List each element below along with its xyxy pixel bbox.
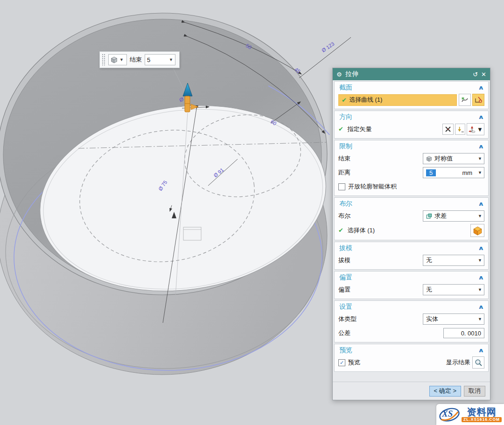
preview-title: 预览 <box>339 346 352 355</box>
watermark-logo: XS <box>438 406 461 423</box>
section-title: 截面 <box>339 84 352 92</box>
gear-icon: ⚙ <box>336 71 342 77</box>
check-icon: ✔ <box>338 227 343 234</box>
body-type-value: 实体 <box>426 315 438 323</box>
body-type-dropdown[interactable]: 实体 ▼ <box>423 314 484 325</box>
limits-title: 限制 <box>339 142 352 151</box>
logo-text: XS <box>442 409 453 419</box>
open-profile-label: 开放轮廓智能体积 <box>348 182 397 191</box>
boolean-dropdown[interactable]: 求差 ▼ <box>423 210 484 222</box>
point-dialog-icon <box>457 126 464 133</box>
limits-card: 限制 ∧ 结束 对称值 ▼ 距离 5 m <box>334 140 489 196</box>
collapse-chevron-icon[interactable]: ∧ <box>478 114 484 120</box>
boolean-label: 布尔 <box>338 212 350 220</box>
end-type-value: 对称值 <box>434 154 453 163</box>
magnifier-icon <box>475 359 483 367</box>
chevron-down-icon: ▼ <box>476 170 482 175</box>
body-type-label: 体类型 <box>338 315 357 323</box>
open-profile-checkbox[interactable] <box>338 183 345 190</box>
draft-label: 拔模 <box>338 256 350 265</box>
check-icon: ✔ <box>342 97 347 104</box>
boolean-title: 布尔 <box>339 200 352 208</box>
collapse-chevron-icon[interactable]: ∧ <box>478 245 484 251</box>
check-icon: ✔ <box>338 125 343 132</box>
preview-label: 预览 <box>348 358 360 367</box>
select-body-label: 选择体 (1) <box>348 227 375 234</box>
chevron-down-icon: ▼ <box>169 57 173 62</box>
cube-icon <box>111 56 118 63</box>
collapse-chevron-icon[interactable]: ∧ <box>478 143 484 150</box>
chevron-down-icon: ▼ <box>476 287 482 292</box>
draft-dropdown[interactable]: 无 ▼ <box>423 255 484 266</box>
distance-value: 5 <box>426 169 436 176</box>
select-curve-label: 选择曲线 (1) <box>349 96 383 104</box>
vector-axis-dropdown[interactable]: ▼ <box>467 123 484 135</box>
solid-body-cube-icon <box>473 226 483 236</box>
subtract-icon <box>426 213 432 219</box>
offset-dropdown[interactable]: 无 ▼ <box>423 284 484 295</box>
chevron-down-icon: ▼ <box>476 317 482 321</box>
chevron-down-icon: ▼ <box>119 57 124 62</box>
ok-button[interactable]: < 确定 > <box>429 386 461 397</box>
extrude-dialog: ⚙ 拉伸 ↺ ✕ 截面 ∧ ✔ 选择曲线 (1) <box>332 68 490 400</box>
tolerance-label: 公差 <box>338 329 350 337</box>
offset-label: 偏置 <box>338 286 350 294</box>
curve-rule-button[interactable] <box>459 94 471 106</box>
vector-axis-icon <box>468 125 476 133</box>
toolbar-end-value-dropdown[interactable]: 5 ▼ <box>145 54 175 65</box>
tolerance-value: 0. 0010 <box>461 330 481 337</box>
cancel-button[interactable]: 取消 <box>464 386 485 397</box>
collapse-chevron-icon[interactable]: ∧ <box>478 274 484 281</box>
preview-checkbox[interactable]: ✓ <box>338 359 345 366</box>
collapse-chevron-icon[interactable]: ∧ <box>478 201 484 207</box>
chevron-down-icon: ▼ <box>477 126 483 133</box>
chevron-down-icon: ▼ <box>476 258 482 263</box>
draft-value: 无 <box>426 256 432 265</box>
watermark: XS 资料网 ZL.XS1616.COM <box>436 404 504 425</box>
dialog-title: 拉伸 <box>345 70 358 78</box>
sketch-icon <box>475 96 483 104</box>
watermark-site-url: ZL.XS1616.COM <box>462 417 502 422</box>
direction-card: 方向 ∧ ✔ 指定矢量 <box>334 111 489 139</box>
dialog-titlebar[interactable]: ⚙ 拉伸 ↺ ✕ <box>333 68 490 80</box>
settings-card: 设置 ∧ 体类型 实体 ▼ 公差 0. 0010 <box>334 300 489 342</box>
sketch-section-button[interactable] <box>472 94 484 106</box>
preview-card: 预览 ∧ ✓ 预览 显示结果 <box>334 344 489 372</box>
vector-dialog-button[interactable] <box>442 124 454 135</box>
toolbar-end-value: 5 <box>147 56 150 63</box>
reset-icon[interactable]: ↺ <box>473 71 478 77</box>
onscreen-toolbar[interactable]: ▼ 结束 5 ▼ <box>99 51 180 68</box>
inferred-vector-button[interactable] <box>455 124 465 135</box>
distance-label: 距离 <box>338 168 350 177</box>
settings-title: 设置 <box>339 303 352 311</box>
dialog-footer: < 确定 > 取消 <box>333 382 490 400</box>
tolerance-input[interactable]: 0. 0010 <box>443 328 484 338</box>
boolean-card: 布尔 ∧ 布尔 求差 ▼ ✔ 选择体 (1) <box>334 197 489 240</box>
show-result-label: 显示结果 <box>446 358 470 367</box>
draft-title: 拔模 <box>339 244 352 252</box>
draft-card: 拔模 ∧ 拔模 无 ▼ <box>334 242 489 270</box>
chevron-down-icon: ▼ <box>476 214 482 218</box>
toolbar-grip-handle[interactable] <box>102 54 105 66</box>
end-type-dropdown[interactable]: 对称值 ▼ <box>423 153 484 164</box>
curve-icon <box>461 96 469 104</box>
offset-card: 偏置 ∧ 偏置 无 ▼ <box>334 271 489 299</box>
watermark-site-name: 资料网 <box>467 407 497 417</box>
handle-bar <box>185 96 190 112</box>
show-result-button[interactable] <box>472 356 484 369</box>
symmetric-value-icon <box>426 156 432 162</box>
boolean-value: 求差 <box>434 212 447 220</box>
distance-unit: mm <box>462 169 472 176</box>
collapse-chevron-icon[interactable]: ∧ <box>478 304 484 310</box>
select-body-button[interactable] <box>470 224 484 237</box>
section-card: 截面 ∧ ✔ 选择曲线 (1) <box>334 81 489 109</box>
specify-vector-label: 指定矢量 <box>348 125 372 132</box>
close-icon[interactable]: ✕ <box>481 71 486 77</box>
chevron-down-icon: ▼ <box>476 156 482 161</box>
offset-title: 偏置 <box>339 273 352 282</box>
select-curve-field[interactable]: ✔ 选择曲线 (1) <box>338 94 457 106</box>
distance-input[interactable]: 5 mm ▼ <box>423 167 484 178</box>
collapse-chevron-icon[interactable]: ∧ <box>478 84 484 91</box>
collapse-chevron-icon[interactable]: ∧ <box>478 347 484 354</box>
limit-type-dropdown[interactable]: ▼ <box>108 54 127 65</box>
